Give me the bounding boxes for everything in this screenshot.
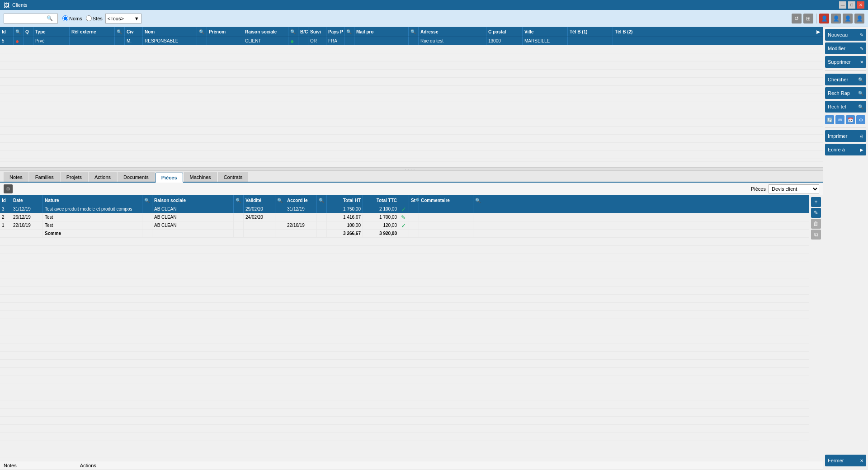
search-icon[interactable]: 🔍 xyxy=(47,15,53,21)
tab-actions[interactable]: Actions xyxy=(89,172,117,182)
sidebar-icon-1[interactable]: 🔄 xyxy=(825,115,834,124)
pieces-empty-row-27 xyxy=(0,457,809,461)
sum-s5 xyxy=(409,230,419,237)
main-empty-row-5 xyxy=(0,86,823,94)
main-empty-rows xyxy=(0,45,823,161)
pr2-s5 xyxy=(409,213,419,221)
main-grid-row-1[interactable]: 5 ● Prvé M. RESPONSABLE CLIENT ● OR FRA xyxy=(0,37,823,45)
pr2-totalht: 1 416,67 xyxy=(327,213,363,221)
ph-st xyxy=(399,195,409,205)
tab-contrats[interactable]: Contrats xyxy=(218,172,249,182)
search-box[interactable]: 🔍 xyxy=(4,14,58,24)
ph-s1: 🔍 xyxy=(142,195,152,205)
main-empty-row-3 xyxy=(0,70,823,78)
pr3-st: ✓ xyxy=(399,205,409,213)
nouveau-button[interactable]: Nouveau ✎ xyxy=(825,29,866,41)
pieces-row-2[interactable]: 2 26/12/19 Test AB CLEAN 24/02/20 1 416,… xyxy=(0,213,809,221)
header-ville: Ville xyxy=(523,27,568,37)
pieces-empty-row-6 xyxy=(0,287,809,295)
content-area: Id 🔍 Q Type Réf externe 🔍 Civ Nom 🔍 Prén… xyxy=(0,27,823,470)
ph-accord: Accord le xyxy=(285,195,317,205)
ph-totalht: Total HT xyxy=(327,195,363,205)
rech-tel-button[interactable]: Rech tel 🔍 xyxy=(825,101,866,113)
pieces-filter-select[interactable]: Devis client Commande client Facture cli… xyxy=(769,184,819,193)
header-telb2: Tél B (2) xyxy=(613,27,658,37)
cell-s2 xyxy=(115,37,125,45)
header-s4: 🔍 xyxy=(288,27,298,37)
rech-rap-button[interactable]: Rech Rap 🔍 xyxy=(825,87,866,99)
supprimer-button[interactable]: Supprimer ✕ xyxy=(825,56,866,68)
sidebar-icon-4[interactable]: ⚙ xyxy=(856,115,865,124)
pieces-empty-row-13 xyxy=(0,343,809,352)
modifier-button[interactable]: Modifier ✎ xyxy=(825,42,866,54)
tab-machines[interactable]: Machines xyxy=(184,172,217,182)
toolbar-user-1[interactable]: 👤 xyxy=(819,14,829,24)
filter-dropdown[interactable]: <Tous> ▼ xyxy=(105,14,142,24)
chercher-button[interactable]: Chercher 🔍 xyxy=(825,74,866,85)
toolbar-user-4[interactable]: 👤 xyxy=(854,14,864,24)
fermer-button[interactable]: Fermer ✕ xyxy=(825,455,866,466)
sum-commentaire xyxy=(419,230,473,237)
sum-s4 xyxy=(317,230,327,237)
main-hscroll[interactable] xyxy=(0,161,823,167)
header-s5: 🔍 xyxy=(344,27,354,37)
pieces-empty-row-9 xyxy=(0,311,809,319)
pr2-s2 xyxy=(234,213,244,221)
sum-s6 xyxy=(473,230,483,237)
header-bc: B/C xyxy=(298,27,308,37)
sidebar-icon-3[interactable]: 📅 xyxy=(846,115,855,124)
pieces-add-button[interactable]: + xyxy=(811,197,821,207)
header-ref: Réf externe xyxy=(70,27,115,37)
pr3-id: 3 xyxy=(0,205,11,213)
pieces-row-3[interactable]: 3 31/12/19 Test avec produit modele et p… xyxy=(0,205,809,213)
sidebar-icon-2[interactable]: ✉ xyxy=(835,115,844,124)
header-scroll: ▶ xyxy=(816,29,823,35)
pieces-empty-row-19 xyxy=(0,392,809,400)
tab-documents[interactable]: Documents xyxy=(118,172,155,182)
titlebar: 🖼 Clients — □ ✕ xyxy=(0,0,868,10)
close-button[interactable]: ✕ xyxy=(857,1,864,9)
tab-familles[interactable]: Familles xyxy=(29,172,60,182)
pieces-empty-row-16 xyxy=(0,368,809,376)
cell-s6 xyxy=(409,37,419,45)
toolbar-user-2[interactable]: 👤 xyxy=(831,14,841,24)
pr2-accord xyxy=(285,213,317,221)
tab-projets[interactable]: Projets xyxy=(61,172,88,182)
pr3-nature: Test avec produit modele et produit comp… xyxy=(43,205,142,213)
ph-s5: St🔍 xyxy=(409,195,419,205)
tab-notes[interactable]: Notes xyxy=(4,172,28,182)
resize-handle[interactable]: · · · · · xyxy=(0,167,823,171)
search-input[interactable] xyxy=(6,16,47,21)
sum-totalht: 3 266,67 xyxy=(327,230,363,237)
imprimer-button[interactable]: Imprimer 🖨 xyxy=(825,130,866,142)
toolbar-user-3[interactable]: 👤 xyxy=(843,14,853,24)
cell-id: 5 xyxy=(0,37,14,45)
pieces-empty-row-7 xyxy=(0,295,809,303)
modifier-icon: ✎ xyxy=(860,46,863,51)
pieces-edit-button[interactable]: ✎ xyxy=(811,208,821,218)
pr1-s3 xyxy=(275,221,285,229)
tab-pieces[interactable]: Pièces xyxy=(156,173,183,183)
minimize-button[interactable]: — xyxy=(839,1,846,9)
sum-date xyxy=(11,230,43,237)
pr3-commentaire xyxy=(419,205,473,213)
pieces-row-1[interactable]: 1 22/10/19 Test AB CLEAN 22/10/19 100,00… xyxy=(0,221,809,230)
radio-stes[interactable]: Stés xyxy=(86,15,103,21)
actions-label: Actions xyxy=(80,463,96,468)
notes-actions-bar: Notes Actions xyxy=(0,461,823,470)
maximize-button[interactable]: □ xyxy=(848,1,855,9)
pieces-empty-rows xyxy=(0,238,809,461)
pr2-validite: 24/02/20 xyxy=(244,213,275,221)
header-mail: Mail pro xyxy=(354,27,409,37)
grid-icon-button[interactable]: ⊞ xyxy=(4,184,13,193)
pieces-copy-button[interactable]: ⧉ xyxy=(811,230,821,240)
cell-suivi: OR xyxy=(308,37,326,45)
pr3-s4 xyxy=(317,205,327,213)
toolbar-icon-2[interactable]: ⊞ xyxy=(803,14,813,24)
toolbar-icon-1[interactable]: ↺ xyxy=(792,14,802,24)
ph-totalttc: Total TTC xyxy=(363,195,399,205)
radio-noms[interactable]: Noms xyxy=(62,15,82,21)
pieces-empty-row-8 xyxy=(0,303,809,311)
pieces-delete-button[interactable]: 🗑 xyxy=(811,219,821,229)
ecrire-a-button[interactable]: Ecrire à ▶ xyxy=(825,144,866,155)
